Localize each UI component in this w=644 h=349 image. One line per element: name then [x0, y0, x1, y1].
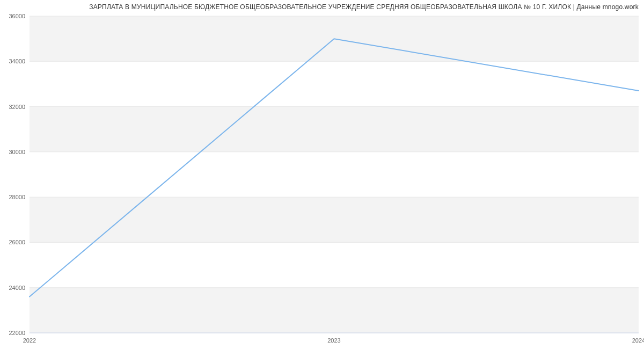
chart-container: ЗАРПЛАТА В МУНИЦИПАЛЬНОЕ БЮДЖЕТНОЕ ОБЩЕО…	[0, 0, 644, 349]
svg-text:36000: 36000	[9, 13, 25, 19]
svg-text:28000: 28000	[9, 194, 25, 200]
svg-text:24000: 24000	[9, 285, 25, 291]
y-tick: 24000	[9, 285, 25, 291]
svg-text:22000: 22000	[9, 330, 25, 336]
svg-text:2023: 2023	[327, 337, 340, 344]
x-tick: 2024	[632, 337, 644, 344]
y-tick: 32000	[9, 104, 25, 110]
series-line	[30, 39, 639, 296]
svg-text:2022: 2022	[23, 337, 36, 344]
svg-text:2024: 2024	[632, 337, 644, 344]
y-tick: 34000	[9, 58, 25, 64]
grid-band	[30, 107, 639, 152]
y-tick: 26000	[9, 239, 25, 245]
grid-band	[30, 288, 639, 333]
y-tick: 36000	[9, 13, 25, 19]
line-chart: 2200024000260002800030000320003400036000…	[0, 0, 644, 349]
svg-text:26000: 26000	[9, 239, 25, 245]
svg-text:34000: 34000	[9, 58, 25, 64]
svg-text:32000: 32000	[9, 104, 25, 110]
svg-text:30000: 30000	[9, 149, 25, 155]
x-tick: 2023	[327, 337, 340, 344]
y-tick: 30000	[9, 149, 25, 155]
y-tick: 22000	[9, 330, 25, 336]
x-tick: 2022	[23, 337, 36, 344]
chart-title: ЗАРПЛАТА В МУНИЦИПАЛЬНОЕ БЮДЖЕТНОЕ ОБЩЕО…	[89, 3, 639, 11]
y-tick: 28000	[9, 194, 25, 200]
